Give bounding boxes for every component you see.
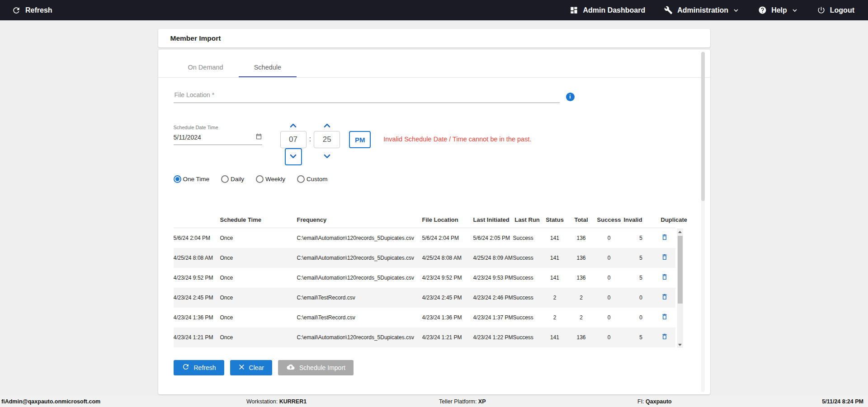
cell-frequency: Once <box>220 308 297 327</box>
radio-label: Custom <box>307 176 328 182</box>
cell-file-location: C:\email\TestRecord.csv <box>297 288 422 308</box>
info-icon[interactable]: i <box>566 93 575 101</box>
meridiem-toggle-button[interactable]: PM <box>349 131 371 148</box>
dashboard-icon <box>570 6 578 14</box>
tab-on-demand[interactable]: On Demand <box>173 57 239 77</box>
cell-schedule-time: 4/23/24 1:36 PM <box>174 308 220 327</box>
radio-daily[interactable]: Daily <box>221 175 244 183</box>
column-header: Success <box>597 216 624 228</box>
column-header-actions <box>174 216 220 228</box>
refresh-icon <box>12 6 21 15</box>
tab-schedule[interactable]: Schedule <box>239 57 297 77</box>
cell-last-run: 4/23/24 9:53 PM <box>473 268 513 288</box>
refresh-button[interactable]: Refresh <box>174 360 224 375</box>
refresh-nav-button[interactable]: Refresh <box>12 6 52 15</box>
column-header: Last Initiated <box>473 216 513 228</box>
trash-icon <box>661 273 668 282</box>
table-scrollbar-thumb[interactable] <box>678 236 683 304</box>
delete-row-button[interactable] <box>661 293 668 302</box>
trash-icon <box>661 313 668 322</box>
cell-last-run: 4/25/24 8:09 AM <box>473 248 513 268</box>
form-actions: Refresh Clear Schedule Import <box>174 360 695 375</box>
column-header: Frequency <box>297 216 422 228</box>
cell-schedule-time: 4/23/24 2:45 PM <box>174 288 220 308</box>
radio-custom[interactable]: Custom <box>297 175 328 183</box>
calendar-picker-button[interactable] <box>255 133 262 141</box>
status-footer: fiAdmin@qaxpauto.onmicrosoft.com Worksta… <box>0 396 868 407</box>
administration-menu-button[interactable]: Administration <box>664 6 739 14</box>
calendar-icon <box>255 135 262 141</box>
clear-button-label: Clear <box>249 364 264 371</box>
delete-row-button[interactable] <box>661 273 668 282</box>
radio-one-time[interactable]: One Time <box>174 175 210 183</box>
time-separator: : <box>309 135 311 144</box>
table-row: 4/25/24 8:08 AM Once C:\email\Automation… <box>174 248 675 268</box>
schedule-date-input[interactable] <box>174 134 255 141</box>
cell-frequency: Once <box>220 228 297 248</box>
radio-circle <box>221 175 229 183</box>
cell-success: 136 <box>568 248 597 268</box>
cell-success: 136 <box>568 228 597 248</box>
file-location-row: i <box>174 89 695 103</box>
refresh-button-label: Refresh <box>194 364 216 371</box>
scroll-down-arrow[interactable] <box>677 342 683 348</box>
wrench-icon <box>664 6 673 14</box>
minute-decrement-button[interactable] <box>322 152 332 162</box>
help-label: Help <box>771 6 787 14</box>
cell-duplicate: 0 <box>624 288 661 308</box>
trash-icon <box>661 332 668 342</box>
cell-success: 136 <box>568 268 597 288</box>
caret-down-icon <box>322 153 332 161</box>
hour-input[interactable] <box>280 131 307 148</box>
cell-success: 136 <box>568 327 597 347</box>
delete-row-button[interactable] <box>661 233 668 243</box>
cell-invalid: 0 <box>597 327 624 347</box>
schedule-datetime-label: Schedule Date Time <box>174 125 262 130</box>
cell-file-location: C:\email\Automation\120records_5Dupicate… <box>297 268 422 288</box>
delete-row-button[interactable] <box>661 313 668 322</box>
cell-last-initiated: 4/23/24 9:52 PM <box>422 268 473 288</box>
table-scrollbar[interactable] <box>677 229 683 348</box>
cell-success: 2 <box>568 308 597 327</box>
cell-total: 141 <box>544 228 568 248</box>
cell-last-initiated: 4/23/24 1:36 PM <box>422 308 473 327</box>
cell-status: Success <box>513 327 544 347</box>
caret-up-icon <box>288 122 298 131</box>
minute-input[interactable] <box>314 131 340 148</box>
minute-increment-button[interactable] <box>322 121 332 131</box>
cell-duplicate: 5 <box>624 268 661 288</box>
cell-last-run: 4/23/24 2:46 PM <box>473 288 513 308</box>
caret-down-icon <box>288 153 298 161</box>
cell-status: Success <box>513 308 544 327</box>
cell-invalid: 0 <box>597 228 624 248</box>
cloud-upload-icon <box>286 363 295 372</box>
panel-scrollbar[interactable] <box>701 52 705 392</box>
radio-circle <box>256 175 264 183</box>
panel-scrollbar-thumb[interactable] <box>701 52 705 201</box>
cell-status: Success <box>513 288 544 308</box>
footer-fi: FI: Qaxpauto <box>637 398 672 405</box>
clear-button[interactable]: Clear <box>230 360 272 375</box>
hour-decrement-button[interactable] <box>288 152 298 162</box>
cell-total: 141 <box>544 327 568 347</box>
delete-row-button[interactable] <box>661 253 668 262</box>
hour-increment-button[interactable] <box>288 121 298 131</box>
frequency-radio-group: One Time Daily Weekly Custom <box>174 175 695 183</box>
radio-label: One Time <box>183 176 210 182</box>
column-header: Status <box>544 216 568 228</box>
delete-row-button[interactable] <box>661 332 668 342</box>
footer-workstation: Workstation: KURRER1 <box>246 398 307 405</box>
radio-weekly[interactable]: Weekly <box>256 175 285 183</box>
admin-dashboard-button[interactable]: Admin Dashboard <box>570 6 645 14</box>
help-menu-button[interactable]: Help <box>758 6 798 14</box>
cell-last-initiated: 4/23/24 1:21 PM <box>422 327 473 347</box>
cell-invalid: 0 <box>597 308 624 327</box>
schedule-import-button[interactable]: Schedule Import <box>278 360 354 375</box>
column-header: Duplicate <box>661 216 675 228</box>
chevron-down-icon <box>733 7 739 14</box>
column-header: Total <box>568 216 597 228</box>
logout-button[interactable]: Logout <box>817 6 854 14</box>
cell-schedule-time: 4/25/24 8:08 AM <box>174 248 220 268</box>
scroll-up-arrow[interactable] <box>677 229 683 235</box>
file-location-input[interactable] <box>174 89 560 103</box>
